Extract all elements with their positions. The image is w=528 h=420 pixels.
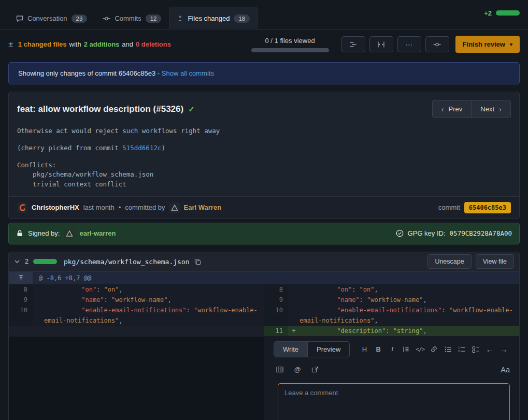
files-viewed-track xyxy=(251,48,329,52)
task-list-button[interactable] xyxy=(469,342,482,356)
commit-time: last month xyxy=(83,204,115,211)
quote-button[interactable] xyxy=(400,342,412,356)
author-name[interactable]: ChristopherHX xyxy=(32,204,79,211)
numbered-list-button[interactable]: 12 xyxy=(455,342,468,356)
chevron-left-icon: ‹ xyxy=(441,105,444,113)
link-button[interactable] xyxy=(428,342,440,356)
gpg-key-id: 0579CB2928A78A00 xyxy=(450,229,512,237)
committer-avatar[interactable] xyxy=(169,202,180,213)
comment-input-wrap xyxy=(274,376,510,420)
line-number[interactable]: 10 xyxy=(264,305,288,326)
pr-tabbar: Conversation 23 Commits 12 Files changed… xyxy=(0,0,528,30)
committer-name[interactable]: Earl Warren xyxy=(184,204,222,211)
author-avatar[interactable] xyxy=(17,202,27,213)
changed-files-link[interactable]: 1 changed files xyxy=(18,40,67,48)
next-commit-button[interactable]: Next › xyxy=(471,100,510,118)
commit-label: commit xyxy=(438,204,460,211)
files-viewed-label: 0 / 1 files viewed xyxy=(251,37,329,45)
expand-hunk-button[interactable] xyxy=(9,272,33,284)
line-number[interactable]: 11 xyxy=(264,326,288,336)
diff-marker xyxy=(288,305,299,326)
tab-files-count: 18 xyxy=(234,15,250,23)
plusminus-icon: ± xyxy=(8,39,13,49)
file-change-count: 2 xyxy=(25,258,28,265)
diff-icon xyxy=(177,15,183,22)
view-file-button[interactable]: View file xyxy=(476,254,514,269)
tab-preview[interactable]: Preview xyxy=(307,342,349,357)
diff-marker xyxy=(33,305,44,326)
table-button[interactable] xyxy=(274,363,286,376)
text-size-button[interactable]: Aa xyxy=(501,366,510,374)
changes-summary: ± 1 changed files with 2 additions and 0… xyxy=(8,39,251,49)
cherry-pick-suffix: ) xyxy=(161,144,165,152)
commit-select-button[interactable] xyxy=(425,36,449,52)
commit-header: feat: allow workflow description (#5326)… xyxy=(9,92,519,120)
diff-left-pane: 8 "on": "on",9 "name": "workflow-name",1… xyxy=(9,284,264,420)
diff-marker xyxy=(33,295,44,305)
gpg-info: GPG key ID: 0579CB2928A78A00 xyxy=(396,229,512,237)
diff-row: 10 "enable-email-notifications": "workfl… xyxy=(264,305,519,326)
conflicts-title: Conflicts: xyxy=(17,161,511,170)
file-header: 2 pkg/schema/workflow_schema.json Unesca… xyxy=(9,252,519,272)
diff-left-filler xyxy=(9,337,264,420)
comment-input[interactable] xyxy=(278,383,510,420)
mention-button[interactable]: @ xyxy=(291,363,304,376)
conflicts-note: trivial context conflict xyxy=(17,180,511,189)
file-stat-bar xyxy=(33,259,57,264)
line-number[interactable]: 9 xyxy=(264,295,288,305)
code-button[interactable]: </> xyxy=(414,342,426,356)
bullet-list-button[interactable] xyxy=(442,342,454,356)
tab-commits[interactable]: Commits 12 xyxy=(95,7,169,30)
cherry-pick-line: (cherry picked from commit 515dd6612c) xyxy=(17,143,511,153)
caret-down-icon: ▾ xyxy=(510,41,512,47)
tab-conversation[interactable]: Conversation 23 xyxy=(8,7,95,30)
signer-name[interactable]: earl-warren xyxy=(79,229,116,237)
reference-button[interactable] xyxy=(309,363,321,376)
tab-conversation-label: Conversation xyxy=(27,15,67,22)
gpg-key-label: GPG key ID: xyxy=(408,229,446,237)
cherry-pick-hash-link[interactable]: 515dd6612c xyxy=(122,144,161,152)
tab-commits-label: Commits xyxy=(115,15,141,22)
unified-diff-button[interactable] xyxy=(341,36,365,52)
tab-commits-count: 12 xyxy=(146,15,162,23)
and-text: and xyxy=(122,40,133,48)
svg-text:2: 2 xyxy=(458,350,460,353)
code-line: "on": "on", xyxy=(299,284,519,295)
deletions-text: 0 deletions xyxy=(136,40,171,48)
unescape-button[interactable]: Unescape xyxy=(427,254,471,269)
show-all-commits-link[interactable]: Show all commits xyxy=(162,69,214,77)
diff-right-rows: 8 "on": "on",9 "name": "workflow-name",1… xyxy=(264,284,519,336)
conflicts-file: pkg/schema/workflow_schema.json xyxy=(17,170,511,179)
diff-row: 8 "on": "on", xyxy=(9,284,264,295)
more-options-button[interactable]: ⋯ xyxy=(397,36,421,52)
tab-files-changed[interactable]: Files changed 18 xyxy=(169,7,258,30)
prev-label: Prev xyxy=(449,105,463,113)
copy-icon[interactable] xyxy=(194,258,201,265)
line-number xyxy=(9,326,33,337)
bold-button[interactable]: B xyxy=(372,342,384,356)
line-number[interactable]: 10 xyxy=(9,305,33,326)
heading-button[interactable]: H xyxy=(358,342,370,356)
shield-check-icon xyxy=(396,229,404,237)
line-number[interactable]: 9 xyxy=(9,295,33,305)
tab-write[interactable]: Write xyxy=(274,342,307,357)
diff-row: 9 "name": "workflow-name", xyxy=(9,295,264,305)
undo-arrow-button[interactable]: ← xyxy=(483,342,496,356)
redo-arrow-button[interactable]: → xyxy=(497,342,510,356)
dot-separator: • xyxy=(119,204,121,211)
finish-review-button[interactable]: Finish review ▾ xyxy=(455,36,520,53)
line-number[interactable]: 8 xyxy=(264,284,288,295)
chevron-down-icon[interactable] xyxy=(14,258,20,265)
split-diff-button[interactable] xyxy=(369,36,393,52)
svg-text:1: 1 xyxy=(458,346,460,349)
italic-button[interactable]: I xyxy=(386,342,398,356)
commit-message-body: Otherwise act would reject such workflow… xyxy=(9,120,519,196)
commit-sha-badge[interactable]: 65406c85e3 xyxy=(464,202,511,213)
line-number[interactable]: 8 xyxy=(9,284,33,295)
diff-file-box: 2 pkg/schema/workflow_schema.json Unesca… xyxy=(8,252,520,420)
diff-row: 8 "on": "on", xyxy=(264,284,519,295)
signer-avatar[interactable] xyxy=(64,228,75,239)
code-line: "enable-email-notifications": "workflow-… xyxy=(299,305,519,326)
editor-mode-tabs: Write Preview xyxy=(274,341,350,357)
prev-commit-button[interactable]: ‹ Prev xyxy=(433,100,472,118)
